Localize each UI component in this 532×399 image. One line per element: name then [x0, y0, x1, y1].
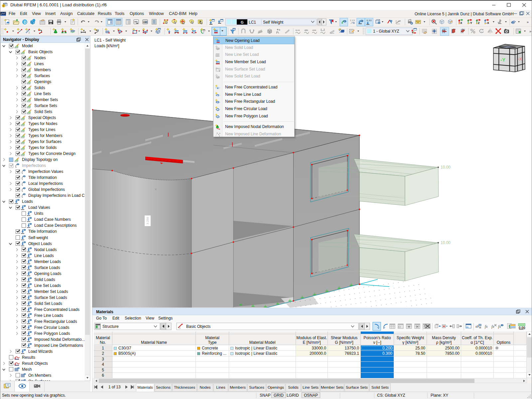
svg-text:x: x [83, 29, 85, 32]
svg-text:3.250: 3.250 [146, 217, 149, 224]
svg-text:G: G [241, 20, 244, 24]
svg-text:-Y: -Y [500, 57, 505, 63]
svg-text:ab: ab [475, 325, 479, 328]
svg-text:fx: fx [485, 324, 488, 329]
svg-text:-Y: -Y [469, 21, 472, 25]
svg-text:fx: fx [491, 324, 494, 329]
svg-text:10.00: 10.00 [441, 240, 451, 245]
svg-text:Z: Z [478, 21, 480, 25]
svg-text:X.XX: X.XX [350, 19, 355, 22]
svg-text:fx: fx [498, 324, 501, 329]
svg-text:-X: -X [518, 57, 522, 62]
svg-text:Self Weight: Self Weight [263, 20, 284, 25]
svg-text:Basic Objects: Basic Objects [186, 324, 210, 329]
svg-text:0,00: 0,00 [519, 326, 525, 330]
svg-text:-X: -X [486, 21, 489, 25]
svg-text:6: 6 [3, 5, 4, 7]
svg-text:I: I [28, 31, 30, 34]
svg-text:X.XX: X.XX [395, 20, 401, 23]
svg-text:1 of 13: 1 of 13 [108, 385, 121, 389]
svg-text:xx: xx [96, 29, 99, 32]
svg-text:X: X [460, 21, 462, 25]
svg-text:10.00: 10.00 [441, 165, 451, 170]
svg-text:Structure: Structure [102, 324, 119, 329]
svg-text:>>: >> [134, 20, 138, 23]
svg-text:1 - Global XYZ: 1 - Global XYZ [373, 29, 399, 34]
svg-text:D: D [24, 20, 27, 25]
svg-text:»: » [529, 29, 531, 33]
svg-text:X.XX: X.XX [366, 19, 372, 22]
svg-text:I: I [203, 31, 204, 34]
svg-text:>SC: >SC [143, 21, 148, 24]
svg-text:»: » [527, 20, 529, 24]
svg-text:LC1: LC1 [249, 20, 256, 25]
